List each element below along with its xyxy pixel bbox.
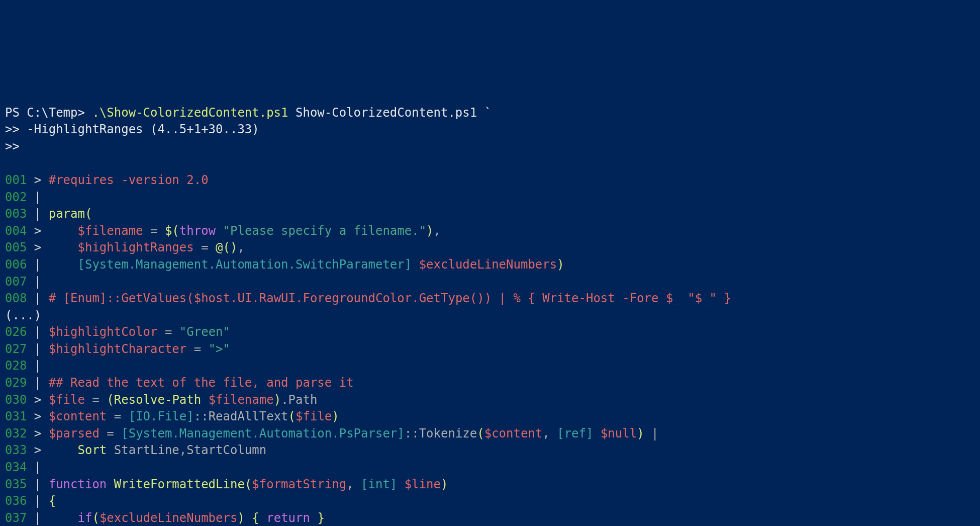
code-line-031: 031 > $content = [IO.File]::ReadAllText(… — [5, 409, 339, 423]
code-line-007: 007 | — [5, 275, 49, 289]
code-line-034: 034 | — [5, 460, 49, 474]
code-line-005: 005 > $highlightRanges = @(), — [5, 240, 245, 254]
prompt-line-1: PS C:\Temp> .\Show-ColorizedContent.ps1 … — [5, 106, 492, 120]
code-line-032: 032 > $parsed = [System.Management.Autom… — [5, 426, 659, 441]
code-line-036: 036 | { — [5, 494, 56, 508]
code-line-033: 033 > Sort StartLine,StartColumn — [5, 443, 266, 457]
code-line-027: 027 | $highlightCharacter = ">" — [5, 342, 230, 356]
code-line-008: 008 | # [Enum]::GetValues($host.UI.RawUI… — [5, 291, 731, 305]
code-line-004: 004 > $filename = $(throw "Please specif… — [5, 224, 441, 238]
code-line-026: 026 | $highlightColor = "Green" — [5, 325, 230, 339]
code-line-030: 030 > $file = (Resolve-Path $filename).P… — [5, 393, 317, 407]
code-line-001: 001 > #requires -version 2.0 — [5, 173, 209, 187]
terminal-output[interactable]: PS C:\Temp> .\Show-ColorizedContent.ps1 … — [0, 84, 980, 526]
prompt-line-2: >> -HighlightRanges (4..5+1+30..33) — [5, 122, 259, 136]
ellipsis-line: (...) — [5, 308, 41, 322]
code-line-006: 006 | [System.Management.Automation.Swit… — [5, 257, 564, 272]
code-line-002: 002 | — [5, 190, 49, 204]
code-line-029: 029 | ## Read the text of the file, and … — [5, 376, 354, 390]
code-line-003: 003 | param( — [5, 207, 92, 221]
prompt-line-3: >> — [5, 139, 20, 153]
code-line-035: 035 | function WriteFormattedLine($forma… — [5, 477, 448, 491]
code-line-028: 028 | — [5, 359, 49, 373]
code-line-037: 037 | if($excludeLineNumbers) { return } — [5, 511, 325, 525]
